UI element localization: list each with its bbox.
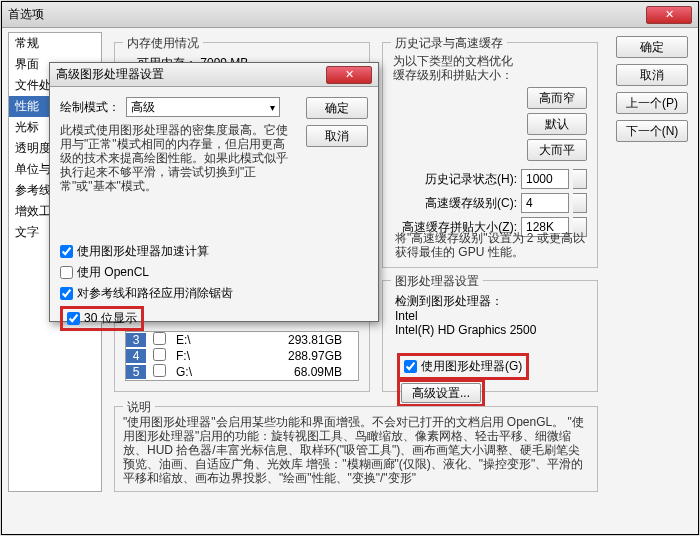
ok-button[interactable]: 确定 <box>616 36 688 58</box>
history-states-label: 历史记录状态(H): <box>425 171 517 188</box>
drawing-mode-value: 高级 <box>131 99 155 116</box>
table-row[interactable]: 3 E:\ 293.81GB <box>126 332 358 348</box>
history-states-input[interactable]: 1000 <box>521 169 569 189</box>
gpu-legend: 图形处理器设置 <box>391 273 483 290</box>
cb-opencl-input[interactable] <box>60 266 73 279</box>
drawing-mode-label: 绘制模式： <box>60 99 120 116</box>
modal-close-button[interactable]: ✕ <box>326 66 372 84</box>
gpu-settings-group: 图形处理器设置 检测到图形处理器： Intel Intel(R) HD Grap… <box>382 280 598 392</box>
cb-gpu-accel[interactable]: 使用图形处理器加速计算 <box>60 243 368 260</box>
sidebar-item-general[interactable]: 常规 <box>9 33 101 54</box>
modal-ok-button[interactable]: 确定 <box>306 97 368 119</box>
row-num: 5 <box>126 365 146 379</box>
spinner-icon[interactable] <box>573 193 587 213</box>
use-gpu-label: 使用图形处理器(G) <box>421 358 522 375</box>
description-group: 说明 "使用图形处理器"会启用某些功能和界面增强。不会对已打开的文档启用 Ope… <box>114 406 598 492</box>
cb-gpu-accel-input[interactable] <box>60 245 73 258</box>
row-num: 4 <box>126 349 146 363</box>
gpu-detected-label: 检测到图形处理器： <box>395 293 503 310</box>
description-text: "使用图形处理器"会启用某些功能和界面增强。不会对已打开的文档启用 OpenGL… <box>123 415 589 487</box>
main-title: 首选项 <box>2 6 44 23</box>
main-titlebar: 首选项 ✕ <box>2 2 698 28</box>
drive-space: 288.97GB <box>252 349 358 363</box>
use-gpu-checkbox[interactable]: 使用图形处理器(G) <box>397 353 529 380</box>
default-button[interactable]: 默认 <box>527 113 587 135</box>
cb-antialias-label: 对参考线和路径应用消除锯齿 <box>77 285 233 302</box>
tall-thin-button[interactable]: 高而窄 <box>527 87 587 109</box>
scratch-disk-table: 3 E:\ 293.81GB 4 F:\ 288.97GB 5 G:\ 68.0… <box>125 331 359 381</box>
modal-checkbox-list: 使用图形处理器加速计算 使用 OpenCL 对参考线和路径应用消除锯齿 30 位… <box>60 243 368 331</box>
memory-legend: 内存使用情况 <box>123 35 203 52</box>
modal-titlebar: 高级图形处理器设置 ✕ <box>50 63 378 87</box>
gpu-advanced-button[interactable]: 高级设置... <box>401 383 481 403</box>
drive-letter: G:\ <box>172 365 252 379</box>
modal-body: 确定 取消 绘制模式： 高级 ▾ 此模式使用图形处理器的密集度最高。它使用与"正… <box>50 87 378 321</box>
drive-letter: E:\ <box>172 333 252 347</box>
modal-cancel-button[interactable]: 取消 <box>306 125 368 147</box>
cancel-button[interactable]: 取消 <box>616 64 688 86</box>
row-checkbox[interactable] <box>146 364 172 380</box>
drive-letter: F:\ <box>172 349 252 363</box>
history-cache-group: 历史记录与高速缓存 为以下类型的文档优化 缓存级别和拼贴大小： 高而窄 默认 大… <box>382 42 598 268</box>
cb-antialias-input[interactable] <box>60 287 73 300</box>
gpu-model: Intel(R) HD Graphics 2500 <box>395 323 536 337</box>
row-num: 3 <box>126 333 146 347</box>
drawing-mode-combo[interactable]: 高级 ▾ <box>126 97 280 117</box>
cb-30bit-label: 30 位显示 <box>84 310 137 327</box>
main-close-button[interactable]: ✕ <box>646 6 692 24</box>
drive-space: 293.81GB <box>252 333 358 347</box>
use-gpu-input[interactable] <box>404 360 417 373</box>
advanced-gpu-dialog: 高级图形处理器设置 ✕ 确定 取消 绘制模式： 高级 ▾ 此模式使用图形处理器的… <box>49 62 379 322</box>
big-flat-button[interactable]: 大而平 <box>527 139 587 161</box>
table-row[interactable]: 4 F:\ 288.97GB <box>126 348 358 364</box>
modal-description: 此模式使用图形处理器的密集度最高。它使用与"正常"模式相同的内存量，但启用更高级… <box>60 123 290 193</box>
history-legend: 历史记录与高速缓存 <box>391 35 507 52</box>
cache-levels-label: 高速缓存级别(C): <box>425 195 517 212</box>
next-button[interactable]: 下一个(N) <box>616 120 688 142</box>
drive-space: 68.09MB <box>252 365 358 379</box>
chevron-down-icon: ▾ <box>270 102 275 113</box>
gpu-advanced-highlight: 高级设置... <box>397 379 485 407</box>
description-legend: 说明 <box>123 399 155 416</box>
row-checkbox[interactable] <box>146 332 172 348</box>
cb-opencl-label: 使用 OpenCL <box>77 264 149 281</box>
prev-button[interactable]: 上一个(P) <box>616 92 688 114</box>
cache-levels-input[interactable]: 4 <box>521 193 569 213</box>
cb-gpu-accel-label: 使用图形处理器加速计算 <box>77 243 209 260</box>
right-button-column: 确定 取消 上一个(P) 下一个(N) <box>616 36 688 142</box>
modal-button-column: 确定 取消 <box>306 97 368 147</box>
cb-antialias[interactable]: 对参考线和路径应用消除锯齿 <box>60 285 368 302</box>
row-checkbox[interactable] <box>146 348 172 364</box>
modal-title: 高级图形处理器设置 <box>50 66 164 83</box>
history-note: 将"高速缓存级别"设置为 2 或更高以获得最佳的 GPU 性能。 <box>395 231 585 259</box>
spinner-icon[interactable] <box>573 169 587 189</box>
table-row[interactable]: 5 G:\ 68.09MB <box>126 364 358 380</box>
cb-30bit-input[interactable] <box>67 312 80 325</box>
history-sub2: 缓存级别和拼贴大小： <box>393 67 587 84</box>
cb-opencl[interactable]: 使用 OpenCL <box>60 264 368 281</box>
gpu-vendor: Intel <box>395 309 418 323</box>
cb-30bit[interactable]: 30 位显示 <box>60 306 144 331</box>
